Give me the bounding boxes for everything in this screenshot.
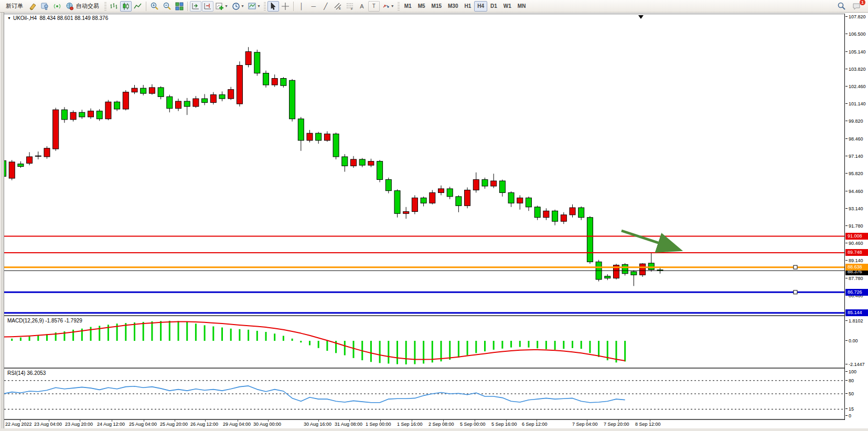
candle-body bbox=[342, 157, 348, 166]
candle-body bbox=[202, 99, 208, 102]
channel-icon[interactable]: E bbox=[332, 1, 344, 12]
new-order-label: 新订单 bbox=[4, 2, 25, 10]
arrows-icon[interactable]: ▼ bbox=[380, 1, 396, 12]
text-label-icon[interactable]: T bbox=[368, 1, 380, 12]
search-icon[interactable] bbox=[835, 1, 848, 12]
candle-body bbox=[53, 110, 59, 149]
macd-histogram-bar bbox=[221, 328, 223, 341]
line-drag-handle[interactable] bbox=[794, 265, 797, 269]
vertical-line-icon[interactable]: │ bbox=[296, 1, 307, 12]
price-tick-label: 95.820 bbox=[845, 171, 863, 176]
candle-body bbox=[316, 133, 322, 141]
timeframe-button-d1[interactable]: D1 bbox=[487, 1, 500, 12]
candle-body bbox=[210, 95, 216, 103]
macd-histogram-bar bbox=[309, 341, 310, 345]
macd-histogram-bar bbox=[239, 329, 240, 341]
macd-histogram-bar bbox=[151, 321, 153, 341]
macd-histogram-bar bbox=[37, 335, 39, 341]
candle-body bbox=[167, 96, 173, 108]
candlestick-chart[interactable] bbox=[4, 14, 845, 421]
signals-icon[interactable] bbox=[51, 1, 63, 12]
date-label: 7 Sep 20:00 bbox=[604, 422, 629, 427]
add-indicator-icon[interactable]: ▼ bbox=[214, 1, 230, 12]
candle-body bbox=[622, 264, 628, 273]
macd-histogram-bar bbox=[370, 341, 372, 362]
candle-body bbox=[4, 160, 6, 176]
macd-histogram-bar bbox=[29, 337, 30, 341]
candlestick-icon[interactable] bbox=[120, 1, 132, 12]
candle-body bbox=[123, 92, 128, 109]
timeframe-button-h1[interactable]: H1 bbox=[461, 1, 474, 12]
candle-body bbox=[526, 198, 532, 207]
macd-histogram-bar bbox=[20, 338, 22, 341]
fibonacci-icon[interactable]: F bbox=[344, 1, 356, 12]
candle-body bbox=[570, 208, 575, 215]
palette-icon[interactable] bbox=[27, 1, 39, 12]
date-axis[interactable]: 22 Aug 202223 Aug 04:0023 Aug 20:0024 Au… bbox=[4, 420, 845, 428]
price-tick-label: 106.500 bbox=[845, 31, 866, 37]
macd-histogram-bar bbox=[195, 324, 197, 341]
timeframe-button-m15[interactable]: M15 bbox=[428, 1, 445, 12]
timeframe-toolbar: M1M5M15M30H1H4D1W1MN bbox=[401, 1, 529, 12]
date-label: 30 Aug 00:00 bbox=[253, 422, 281, 427]
macd-histogram-bar bbox=[292, 339, 293, 341]
macd-histogram-bar bbox=[169, 321, 170, 341]
macd-tick-label: -2.1447 bbox=[845, 362, 865, 367]
candle-body bbox=[465, 190, 470, 206]
macd-histogram-bar bbox=[379, 341, 381, 363]
date-label: 23 Aug 04:00 bbox=[34, 422, 62, 427]
timeframe-button-m30[interactable]: M30 bbox=[445, 1, 461, 12]
date-label: 29 Aug 04:00 bbox=[223, 422, 251, 427]
toolbar-separator bbox=[293, 2, 294, 11]
macd-histogram-bar bbox=[300, 341, 302, 342]
line-drag-handle[interactable] bbox=[794, 290, 797, 294]
toolbar-right: 1 bbox=[835, 1, 866, 12]
macd-histogram-bar bbox=[212, 326, 214, 341]
trendline-icon[interactable]: ╱ bbox=[320, 1, 331, 12]
gutter-line bbox=[3, 13, 3, 431]
chat-icon[interactable]: 1 bbox=[851, 1, 863, 12]
line-chart-icon[interactable] bbox=[132, 1, 144, 12]
candle-body bbox=[499, 181, 505, 192]
date-label: 23 Aug 20:00 bbox=[65, 422, 93, 427]
timeframe-button-m1[interactable]: M1 bbox=[401, 1, 415, 12]
autotrade-button[interactable]: 自动交易 bbox=[63, 1, 103, 12]
candle-body bbox=[263, 73, 269, 85]
timeframe-button-m5[interactable]: M5 bbox=[415, 1, 428, 12]
price-level-tag: 86.726 bbox=[845, 289, 868, 296]
macd-histogram-bar bbox=[265, 332, 267, 341]
window-left-gutter bbox=[0, 13, 4, 431]
templates-icon[interactable]: ▼ bbox=[247, 1, 262, 12]
macd-histogram-bar bbox=[537, 341, 538, 348]
auto-scroll-icon[interactable] bbox=[190, 1, 201, 12]
timeframe-button-h4[interactable]: H4 bbox=[474, 1, 487, 12]
rsi-tick-label: 50 bbox=[845, 391, 854, 396]
candle-body bbox=[219, 95, 225, 99]
tile-windows-icon[interactable] bbox=[174, 1, 185, 12]
gutter-line bbox=[1, 13, 2, 431]
horizontal-line-icon[interactable]: ─ bbox=[308, 1, 319, 12]
zoom-in-icon[interactable] bbox=[148, 1, 160, 12]
price-level-tag: 88.638 bbox=[845, 264, 868, 271]
chart-shift-icon[interactable] bbox=[202, 1, 213, 12]
new-order-button[interactable]: 新订单 bbox=[2, 1, 27, 12]
text-icon[interactable]: A bbox=[356, 1, 368, 12]
macd-histogram-bar bbox=[510, 341, 512, 348]
macd-histogram-bar bbox=[283, 336, 284, 341]
candle-body bbox=[430, 192, 435, 203]
timeframe-button-w1[interactable]: W1 bbox=[500, 1, 515, 12]
date-label: 24 Aug 12:00 bbox=[97, 422, 125, 427]
price-tick-label: 97.140 bbox=[845, 154, 863, 159]
candle-body bbox=[561, 215, 566, 221]
bar-chart-icon[interactable] bbox=[108, 1, 120, 12]
price-axis[interactable]: 107.820106.500105.140103.820102.460101.1… bbox=[845, 14, 868, 428]
profiles-icon[interactable] bbox=[39, 1, 51, 12]
timeframe-button-mn[interactable]: MN bbox=[515, 1, 529, 12]
zoom-out-icon[interactable] bbox=[161, 1, 173, 12]
periods-clock-icon[interactable]: ▼ bbox=[230, 1, 246, 12]
macd-histogram-bar bbox=[467, 341, 468, 355]
macd-histogram-bar bbox=[256, 331, 258, 341]
cursor-icon[interactable] bbox=[267, 1, 279, 12]
date-label: 8 Sep 12:00 bbox=[635, 422, 661, 427]
crosshair-icon[interactable] bbox=[280, 1, 291, 12]
